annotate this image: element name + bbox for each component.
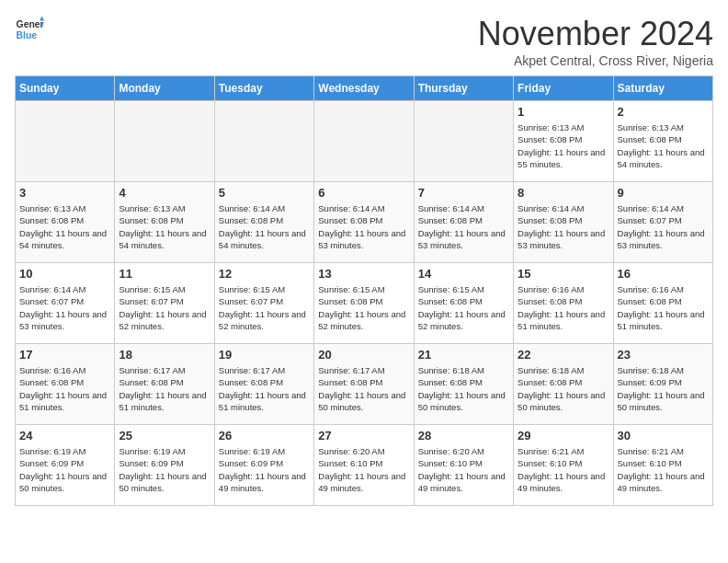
day-info: Sunrise: 6:14 AM Sunset: 6:07 PM Dayligh… <box>618 202 709 251</box>
day-number: 25 <box>119 429 210 442</box>
calendar-cell: 22Sunrise: 6:18 AM Sunset: 6:08 PM Dayli… <box>514 344 613 425</box>
day-number: 6 <box>318 186 409 200</box>
day-number: 30 <box>618 429 709 442</box>
weekday-header: Tuesday <box>214 76 313 101</box>
day-number: 7 <box>418 186 509 200</box>
day-info: Sunrise: 6:20 AM Sunset: 6:10 PM Dayligh… <box>318 445 409 494</box>
month-title: November 2024 <box>478 15 713 53</box>
logo-icon: General Blue <box>15 15 44 44</box>
day-number: 24 <box>19 429 110 442</box>
day-info: Sunrise: 6:13 AM Sunset: 6:08 PM Dayligh… <box>19 202 110 251</box>
day-number: 2 <box>618 105 709 119</box>
calendar-cell: 13Sunrise: 6:15 AM Sunset: 6:08 PM Dayli… <box>314 263 414 344</box>
calendar-cell: 12Sunrise: 6:15 AM Sunset: 6:07 PM Dayli… <box>214 263 313 344</box>
day-info: Sunrise: 6:19 AM Sunset: 6:09 PM Dayligh… <box>19 445 110 494</box>
logo: General Blue <box>15 15 44 44</box>
day-info: Sunrise: 6:14 AM Sunset: 6:08 PM Dayligh… <box>518 202 609 251</box>
day-info: Sunrise: 6:14 AM Sunset: 6:07 PM Dayligh… <box>19 283 110 332</box>
day-number: 22 <box>518 348 609 362</box>
day-number: 9 <box>618 186 709 200</box>
day-info: Sunrise: 6:18 AM Sunset: 6:09 PM Dayligh… <box>618 364 709 413</box>
day-number: 12 <box>219 267 310 281</box>
day-number: 20 <box>318 348 409 362</box>
weekday-header: Saturday <box>613 76 712 101</box>
day-info: Sunrise: 6:15 AM Sunset: 6:07 PM Dayligh… <box>119 283 210 332</box>
calendar-cell: 29Sunrise: 6:21 AM Sunset: 6:10 PM Dayli… <box>514 425 613 506</box>
day-info: Sunrise: 6:15 AM Sunset: 6:08 PM Dayligh… <box>318 283 409 332</box>
svg-marker-2 <box>40 17 44 21</box>
weekday-header: Sunday <box>16 76 115 101</box>
calendar-cell: 6Sunrise: 6:14 AM Sunset: 6:08 PM Daylig… <box>314 182 414 263</box>
day-info: Sunrise: 6:14 AM Sunset: 6:08 PM Dayligh… <box>219 202 310 251</box>
calendar-cell <box>314 101 414 182</box>
day-info: Sunrise: 6:14 AM Sunset: 6:08 PM Dayligh… <box>318 202 409 251</box>
calendar-cell: 17Sunrise: 6:16 AM Sunset: 6:08 PM Dayli… <box>16 344 115 425</box>
calendar-cell: 1Sunrise: 6:13 AM Sunset: 6:08 PM Daylig… <box>514 101 613 182</box>
day-number: 18 <box>119 348 210 362</box>
calendar-cell: 9Sunrise: 6:14 AM Sunset: 6:07 PM Daylig… <box>613 182 712 263</box>
day-info: Sunrise: 6:16 AM Sunset: 6:08 PM Dayligh… <box>618 283 709 332</box>
calendar-cell <box>16 101 115 182</box>
calendar-cell: 3Sunrise: 6:13 AM Sunset: 6:08 PM Daylig… <box>16 182 115 263</box>
day-number: 27 <box>318 429 409 442</box>
location-subtitle: Akpet Central, Cross River, Nigeria <box>478 53 713 68</box>
svg-text:General: General <box>17 19 44 29</box>
title-block: November 2024 Akpet Central, Cross River… <box>478 15 713 68</box>
calendar-cell: 20Sunrise: 6:17 AM Sunset: 6:08 PM Dayli… <box>314 344 414 425</box>
day-number: 17 <box>19 348 110 362</box>
calendar-cell: 10Sunrise: 6:14 AM Sunset: 6:07 PM Dayli… <box>16 263 115 344</box>
calendar-cell: 16Sunrise: 6:16 AM Sunset: 6:08 PM Dayli… <box>613 263 712 344</box>
calendar-cell: 19Sunrise: 6:17 AM Sunset: 6:08 PM Dayli… <box>214 344 313 425</box>
day-info: Sunrise: 6:20 AM Sunset: 6:10 PM Dayligh… <box>418 445 509 494</box>
day-info: Sunrise: 6:15 AM Sunset: 6:08 PM Dayligh… <box>418 283 509 332</box>
calendar-cell: 23Sunrise: 6:18 AM Sunset: 6:09 PM Dayli… <box>613 344 712 425</box>
calendar-table: SundayMondayTuesdayWednesdayThursdayFrid… <box>15 75 713 506</box>
day-info: Sunrise: 6:13 AM Sunset: 6:08 PM Dayligh… <box>618 121 709 170</box>
calendar-cell: 25Sunrise: 6:19 AM Sunset: 6:09 PM Dayli… <box>115 425 214 506</box>
weekday-header: Friday <box>514 76 613 101</box>
calendar-cell: 21Sunrise: 6:18 AM Sunset: 6:08 PM Dayli… <box>414 344 513 425</box>
calendar-cell: 2Sunrise: 6:13 AM Sunset: 6:08 PM Daylig… <box>613 101 712 182</box>
day-number: 8 <box>518 186 609 200</box>
day-info: Sunrise: 6:16 AM Sunset: 6:08 PM Dayligh… <box>19 364 110 413</box>
calendar-cell: 11Sunrise: 6:15 AM Sunset: 6:07 PM Dayli… <box>115 263 214 344</box>
day-number: 28 <box>418 429 509 442</box>
day-info: Sunrise: 6:18 AM Sunset: 6:08 PM Dayligh… <box>418 364 509 413</box>
calendar-cell: 5Sunrise: 6:14 AM Sunset: 6:08 PM Daylig… <box>214 182 313 263</box>
calendar-cell: 18Sunrise: 6:17 AM Sunset: 6:08 PM Dayli… <box>115 344 214 425</box>
calendar-cell <box>214 101 313 182</box>
day-info: Sunrise: 6:18 AM Sunset: 6:08 PM Dayligh… <box>518 364 609 413</box>
day-number: 15 <box>518 267 609 281</box>
page-header: General Blue November 2024 Akpet Central… <box>15 15 713 68</box>
day-number: 10 <box>19 267 110 281</box>
day-info: Sunrise: 6:16 AM Sunset: 6:08 PM Dayligh… <box>518 283 609 332</box>
calendar-cell <box>115 101 214 182</box>
day-number: 14 <box>418 267 509 281</box>
weekday-header: Monday <box>115 76 214 101</box>
day-info: Sunrise: 6:21 AM Sunset: 6:10 PM Dayligh… <box>618 445 709 494</box>
day-number: 19 <box>219 348 310 362</box>
day-info: Sunrise: 6:19 AM Sunset: 6:09 PM Dayligh… <box>119 445 210 494</box>
calendar-cell: 27Sunrise: 6:20 AM Sunset: 6:10 PM Dayli… <box>314 425 414 506</box>
weekday-header: Wednesday <box>314 76 414 101</box>
day-info: Sunrise: 6:14 AM Sunset: 6:08 PM Dayligh… <box>418 202 509 251</box>
day-info: Sunrise: 6:15 AM Sunset: 6:07 PM Dayligh… <box>219 283 310 332</box>
day-number: 13 <box>318 267 409 281</box>
day-info: Sunrise: 6:21 AM Sunset: 6:10 PM Dayligh… <box>518 445 609 494</box>
day-number: 26 <box>219 429 310 442</box>
day-number: 21 <box>418 348 509 362</box>
svg-text:Blue: Blue <box>17 30 38 40</box>
day-info: Sunrise: 6:17 AM Sunset: 6:08 PM Dayligh… <box>318 364 409 413</box>
calendar-cell: 24Sunrise: 6:19 AM Sunset: 6:09 PM Dayli… <box>16 425 115 506</box>
calendar-cell: 28Sunrise: 6:20 AM Sunset: 6:10 PM Dayli… <box>414 425 513 506</box>
day-number: 4 <box>119 186 210 200</box>
calendar-cell: 15Sunrise: 6:16 AM Sunset: 6:08 PM Dayli… <box>514 263 613 344</box>
calendar-cell: 7Sunrise: 6:14 AM Sunset: 6:08 PM Daylig… <box>414 182 513 263</box>
day-number: 3 <box>19 186 110 200</box>
calendar-cell: 26Sunrise: 6:19 AM Sunset: 6:09 PM Dayli… <box>214 425 313 506</box>
day-info: Sunrise: 6:13 AM Sunset: 6:08 PM Dayligh… <box>119 202 210 251</box>
day-info: Sunrise: 6:19 AM Sunset: 6:09 PM Dayligh… <box>219 445 310 494</box>
day-info: Sunrise: 6:17 AM Sunset: 6:08 PM Dayligh… <box>219 364 310 413</box>
day-info: Sunrise: 6:13 AM Sunset: 6:08 PM Dayligh… <box>518 121 609 170</box>
day-number: 5 <box>219 186 310 200</box>
